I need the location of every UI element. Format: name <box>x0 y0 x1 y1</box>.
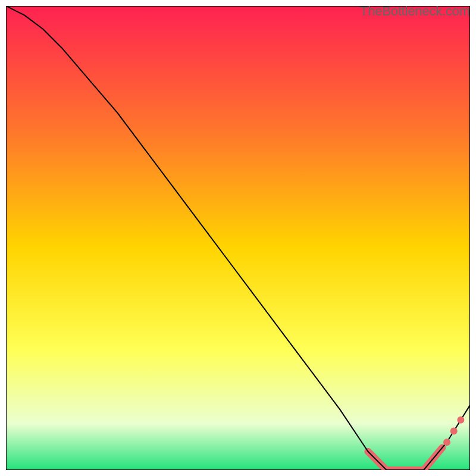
highlight-dot <box>457 416 464 424</box>
gradient-background <box>6 6 470 470</box>
watermark-text: TheBottleneck.com <box>360 4 470 19</box>
highlight-dot <box>450 428 458 435</box>
chart-svg <box>6 6 470 470</box>
chart-stage: TheBottleneck.com <box>0 0 476 476</box>
highlight-dot <box>443 439 450 446</box>
